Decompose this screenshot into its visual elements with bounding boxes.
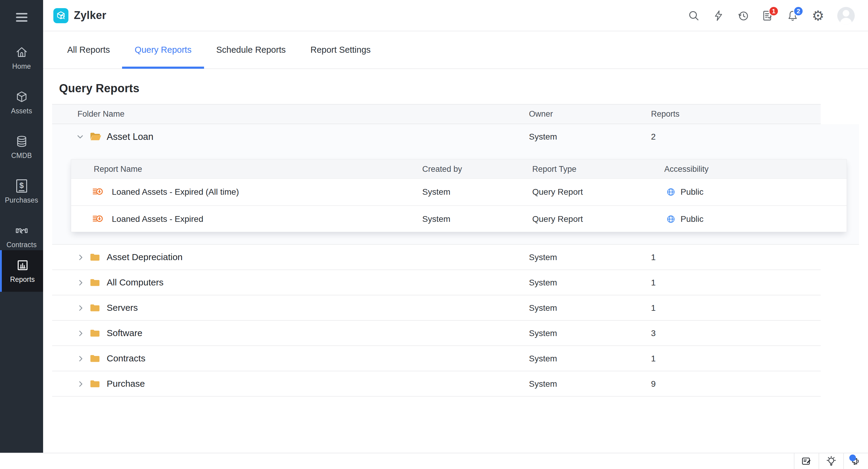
approvals-icon[interactable]: 1 bbox=[762, 10, 774, 22]
sidebar-item-label: CMDB bbox=[11, 152, 32, 160]
search-icon[interactable] bbox=[688, 10, 700, 22]
sidebar-item-label: Purchases bbox=[5, 196, 38, 205]
sidebar-item-assets[interactable]: Assets bbox=[0, 80, 43, 125]
notifications-badge: 2 bbox=[793, 6, 804, 16]
sidebar-item-label: Reports bbox=[10, 276, 35, 284]
folder-row[interactable]: Asset Depreciation System 1 bbox=[52, 245, 821, 270]
whats-new-button[interactable] bbox=[843, 453, 868, 469]
folder-report-count: 1 bbox=[651, 354, 656, 364]
column-report-type: Report Type bbox=[532, 159, 577, 179]
folder-row[interactable]: Purchase System 9 bbox=[52, 371, 821, 397]
tab-all-reports[interactable]: All Reports bbox=[67, 31, 110, 69]
report-created-by: System bbox=[422, 187, 450, 197]
folder-owner: System bbox=[529, 303, 557, 313]
column-report-name: Report Name bbox=[94, 159, 142, 179]
sidebar-item-cmdb[interactable]: CMDB bbox=[0, 125, 43, 169]
dollar-receipt-icon: $ bbox=[16, 179, 27, 193]
quick-actions-icon[interactable] bbox=[712, 10, 724, 22]
chevron-right-icon[interactable] bbox=[77, 253, 85, 261]
folder-icon bbox=[89, 277, 101, 289]
folder-report-count: 3 bbox=[651, 329, 656, 338]
folder-icon bbox=[89, 353, 101, 365]
history-icon[interactable] bbox=[737, 10, 749, 22]
tab-report-settings[interactable]: Report Settings bbox=[310, 31, 371, 69]
report-row[interactable]: Loaned Assets - Expired (All time) Syste… bbox=[71, 179, 846, 205]
report-name-link[interactable]: Loaned Assets - Expired (All time) bbox=[112, 187, 239, 197]
folder-row[interactable]: Contracts System 1 bbox=[52, 346, 821, 371]
notifications-bell-icon[interactable]: 2 bbox=[786, 10, 799, 22]
query-report-icon bbox=[92, 186, 104, 198]
sidebar-item-label: Contracts bbox=[6, 241, 36, 249]
handshake-icon bbox=[15, 224, 28, 237]
reports-subtable: Report Name Created by Report Type Acces… bbox=[71, 159, 847, 232]
report-created-by: System bbox=[422, 214, 450, 224]
cube-icon bbox=[15, 90, 28, 103]
report-accessibility: Public bbox=[681, 187, 704, 197]
topbar: Zylker 1 bbox=[43, 0, 868, 31]
folder-owner: System bbox=[529, 278, 557, 287]
folder-report-count: 1 bbox=[651, 278, 656, 287]
sidebar-item-label: Home bbox=[12, 62, 31, 70]
report-row[interactable]: Loaned Assets - Expired System Query Rep… bbox=[71, 205, 846, 232]
feedback-button[interactable] bbox=[794, 453, 818, 469]
bar-chart-icon bbox=[16, 259, 29, 272]
expanded-folder-section: Asset Loan System 2 Report Name Created … bbox=[52, 124, 859, 245]
report-tabs: All Reports Query Reports Schedule Repor… bbox=[43, 31, 868, 69]
sidebar-item-label: Assets bbox=[11, 107, 32, 115]
folder-report-count: 9 bbox=[651, 379, 656, 389]
folder-name: Contracts bbox=[107, 353, 145, 364]
folder-owner: System bbox=[529, 329, 557, 338]
folder-name: Asset Loan bbox=[107, 131, 153, 142]
column-folder-name: Folder Name bbox=[78, 104, 124, 124]
app-logo[interactable] bbox=[53, 8, 68, 23]
folder-report-count: 2 bbox=[651, 132, 656, 142]
sidebar-item-home[interactable]: Home bbox=[0, 36, 43, 80]
column-accessibility: Accessibility bbox=[664, 159, 709, 179]
folder-row[interactable]: Software System 3 bbox=[52, 321, 821, 346]
query-reports-table: Folder Name Owner Reports Asset Loan Sys… bbox=[52, 104, 821, 397]
chevron-down-icon[interactable] bbox=[76, 133, 84, 141]
folder-owner: System bbox=[529, 253, 557, 262]
user-avatar[interactable] bbox=[837, 7, 855, 24]
chevron-right-icon[interactable] bbox=[77, 279, 85, 287]
settings-gear-icon[interactable]: ⚙ bbox=[811, 10, 825, 22]
globe-icon bbox=[665, 187, 676, 197]
brand-name: Zylker bbox=[74, 9, 106, 22]
subtable-header: Report Name Created by Report Type Acces… bbox=[71, 159, 846, 179]
tab-query-reports[interactable]: Query Reports bbox=[135, 31, 192, 69]
chevron-right-icon[interactable] bbox=[77, 304, 85, 312]
tips-button[interactable] bbox=[818, 453, 843, 469]
column-owner: Owner bbox=[529, 104, 553, 124]
sidebar-item-reports[interactable]: Reports bbox=[0, 250, 43, 292]
approvals-badge: 1 bbox=[769, 6, 779, 16]
column-created-by: Created by bbox=[422, 159, 462, 179]
database-icon bbox=[15, 135, 28, 148]
folder-row[interactable]: All Computers System 1 bbox=[52, 270, 821, 295]
folder-report-count: 1 bbox=[651, 253, 656, 262]
folder-name: All Computers bbox=[107, 277, 163, 287]
folder-name: Servers bbox=[107, 303, 138, 313]
folder-report-count: 1 bbox=[651, 303, 656, 313]
chevron-right-icon[interactable] bbox=[77, 380, 85, 388]
report-name-link[interactable]: Loaned Assets - Expired bbox=[112, 214, 204, 224]
whats-new-dot bbox=[849, 455, 856, 461]
folder-icon bbox=[89, 251, 101, 263]
open-folder-icon bbox=[89, 130, 102, 144]
topbar-actions: 1 2 ⚙ bbox=[688, 0, 855, 31]
folder-owner: System bbox=[529, 132, 557, 142]
report-type: Query Report bbox=[532, 187, 583, 197]
sidebar-item-purchases[interactable]: $ Purchases bbox=[0, 169, 43, 214]
folder-icon bbox=[89, 327, 101, 339]
chevron-right-icon[interactable] bbox=[77, 330, 85, 337]
column-reports: Reports bbox=[651, 104, 680, 124]
hamburger-menu-icon[interactable] bbox=[16, 11, 27, 24]
folder-icon bbox=[89, 378, 101, 390]
folder-owner: System bbox=[529, 354, 557, 364]
folder-icon bbox=[89, 302, 101, 314]
folder-row[interactable]: Servers System 1 bbox=[52, 295, 821, 321]
sidebar: Home Assets CMDB $ Purchases bbox=[0, 0, 43, 453]
footer-bar bbox=[0, 453, 868, 469]
chevron-right-icon[interactable] bbox=[77, 355, 85, 363]
folder-row-asset-loan[interactable]: Asset Loan System 2 bbox=[52, 124, 859, 150]
tab-schedule-reports[interactable]: Schedule Reports bbox=[216, 31, 286, 69]
